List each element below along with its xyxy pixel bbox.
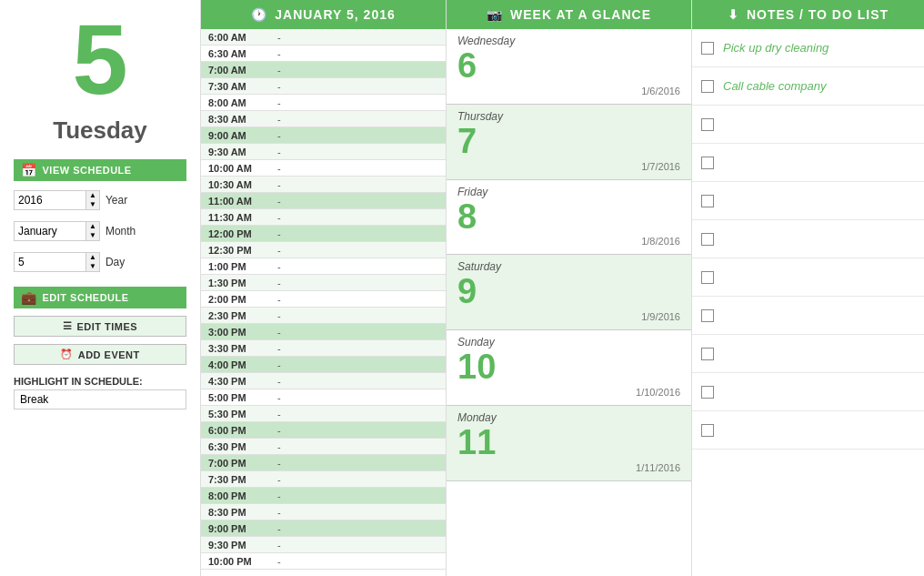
- day-input[interactable]: 5: [14, 252, 86, 272]
- schedule-row[interactable]: 3:30 PM-: [201, 340, 446, 357]
- week-day: Thursday 7 1/7/2016: [447, 105, 691, 180]
- notes-panel: ⬇ NOTES / TO DO LIST Pick up dry cleanin…: [691, 0, 924, 576]
- schedule-row[interactable]: 4:00 PM-: [201, 357, 446, 373]
- time-cell: 10:00 AM: [201, 163, 274, 174]
- schedule-row[interactable]: 7:30 PM-: [201, 471, 446, 488]
- time-cell: 12:30 PM: [201, 245, 274, 256]
- note-checkbox[interactable]: [701, 271, 714, 284]
- time-cell: 9:00 PM: [201, 523, 274, 534]
- week-day: Sunday 10 1/10/2016: [447, 330, 691, 406]
- week-body: Wednesday 6 1/6/2016 Thursday 7 1/7/2016…: [447, 29, 691, 576]
- schedule-row[interactable]: 11:30 AM-: [201, 209, 446, 226]
- schedule-row[interactable]: 12:00 PM-: [201, 226, 446, 242]
- note-checkbox[interactable]: [701, 386, 714, 399]
- day-input-group[interactable]: 5 ▲ ▼: [14, 252, 100, 272]
- day-down-btn[interactable]: ▼: [86, 262, 99, 271]
- event-cell: -: [274, 392, 446, 403]
- schedule-row[interactable]: 7:00 PM-: [201, 455, 446, 471]
- year-input-group[interactable]: 2016 ▲ ▼: [14, 190, 100, 210]
- highlight-input[interactable]: Break: [14, 389, 186, 409]
- year-spinner[interactable]: ▲ ▼: [86, 190, 100, 210]
- schedule-row[interactable]: 8:00 PM-: [201, 488, 446, 504]
- schedule-row[interactable]: 6:00 AM-: [201, 29, 446, 45]
- day-up-btn[interactable]: ▲: [86, 253, 99, 262]
- schedule-row[interactable]: 6:00 PM-: [201, 422, 446, 439]
- day-spinner[interactable]: ▲ ▼: [86, 252, 100, 272]
- schedule-row[interactable]: 9:30 AM-: [201, 144, 446, 160]
- month-input-group[interactable]: January ▲ ▼: [14, 221, 100, 241]
- schedule-row[interactable]: 1:00 PM-: [201, 258, 446, 275]
- time-cell: 10:30 AM: [201, 179, 274, 190]
- note-checkbox[interactable]: [701, 348, 714, 360]
- note-checkbox[interactable]: [701, 118, 714, 131]
- schedule-row[interactable]: 10:00 PM-: [201, 553, 446, 570]
- time-cell: 6:30 PM: [201, 441, 274, 452]
- schedule-row[interactable]: 9:30 PM-: [201, 537, 446, 553]
- notes-header-title: NOTES / TO DO LIST: [747, 7, 889, 22]
- week-day: Monday 11 1/11/2016: [447, 406, 691, 481]
- note-checkbox[interactable]: [701, 424, 714, 437]
- note-checkbox[interactable]: [701, 42, 714, 55]
- schedule-row[interactable]: 9:00 PM-: [201, 520, 446, 537]
- schedule-row[interactable]: 2:30 PM-: [201, 308, 446, 324]
- month-input[interactable]: January: [14, 221, 86, 241]
- week-day-name: Thursday: [457, 110, 680, 123]
- schedule-row[interactable]: 8:30 PM-: [201, 504, 446, 520]
- schedule-row[interactable]: 6:30 PM-: [201, 439, 446, 455]
- briefcase-icon: 💼: [21, 290, 37, 305]
- note-checkbox[interactable]: [701, 80, 714, 93]
- event-cell: -: [274, 409, 446, 419]
- note-checkbox[interactable]: [701, 233, 714, 246]
- schedule-body[interactable]: 6:00 AM-6:30 AM-7:00 AM-7:30 AM-8:00 AM-…: [201, 29, 446, 576]
- schedule-row[interactable]: 7:30 AM-: [201, 78, 446, 95]
- clock-icon: ⏰: [60, 349, 74, 360]
- schedule-row[interactable]: 6:30 AM-: [201, 45, 446, 62]
- month-down-btn[interactable]: ▼: [86, 231, 99, 240]
- schedule-row[interactable]: 10:30 AM-: [201, 177, 446, 193]
- schedule-row[interactable]: 12:30 PM-: [201, 242, 446, 258]
- event-cell: -: [274, 376, 446, 387]
- schedule-row[interactable]: 5:00 PM-: [201, 389, 446, 406]
- note-row: [692, 182, 924, 220]
- day-label: Day: [105, 256, 125, 268]
- time-cell: 7:00 AM: [201, 65, 274, 76]
- week-day-name: Sunday: [457, 336, 680, 349]
- note-row: [692, 220, 924, 258]
- schedule-row[interactable]: 5:30 PM-: [201, 406, 446, 422]
- month-spinner[interactable]: ▲ ▼: [86, 221, 100, 241]
- schedule-header-title: JANUARY 5, 2016: [275, 7, 396, 22]
- schedule-row[interactable]: 1:30 PM-: [201, 275, 446, 291]
- schedule-row[interactable]: 9:00 AM-: [201, 127, 446, 144]
- event-cell: -: [274, 310, 446, 321]
- schedule-row[interactable]: 4:30 PM-: [201, 373, 446, 389]
- note-checkbox[interactable]: [701, 195, 714, 207]
- year-up-btn[interactable]: ▲: [86, 191, 99, 200]
- event-cell: -: [274, 474, 446, 485]
- time-cell: 4:30 PM: [201, 376, 274, 387]
- time-cell: 5:00 PM: [201, 392, 274, 403]
- note-checkbox[interactable]: [701, 157, 714, 169]
- schedule-row[interactable]: 10:00 AM-: [201, 160, 446, 177]
- schedule-row[interactable]: 3:00 PM-: [201, 324, 446, 340]
- add-event-button[interactable]: ⏰ ADD EVENT: [14, 344, 186, 365]
- time-cell: 10:00 PM: [201, 556, 274, 567]
- week-day: Wednesday 6 1/6/2016: [447, 29, 691, 105]
- note-text: Call cable company: [723, 79, 826, 93]
- schedule-row[interactable]: 11:00 AM-: [201, 193, 446, 209]
- schedule-row[interactable]: 7:00 AM-: [201, 62, 446, 78]
- note-checkbox[interactable]: [701, 309, 714, 322]
- note-row: [692, 106, 924, 144]
- schedule-row[interactable]: 8:30 AM-: [201, 111, 446, 127]
- camera-icon: 📷: [487, 7, 503, 22]
- schedule-row[interactable]: 2:00 PM-: [201, 291, 446, 308]
- schedule-header: 🕐 JANUARY 5, 2016: [201, 0, 446, 29]
- year-down-btn[interactable]: ▼: [86, 200, 99, 209]
- left-panel: 5 Tuesday 📅 VIEW SCHEDULE 2016 ▲ ▼ Year …: [0, 0, 200, 576]
- month-up-btn[interactable]: ▲: [86, 222, 99, 231]
- year-input[interactable]: 2016: [14, 190, 86, 210]
- week-header-title: WEEK AT A GLANCE: [510, 7, 651, 22]
- note-row: [692, 335, 924, 373]
- edit-times-button[interactable]: ☰ EDIT TIMES: [14, 316, 186, 337]
- schedule-row[interactable]: 8:00 AM-: [201, 95, 446, 111]
- note-row: [692, 144, 924, 182]
